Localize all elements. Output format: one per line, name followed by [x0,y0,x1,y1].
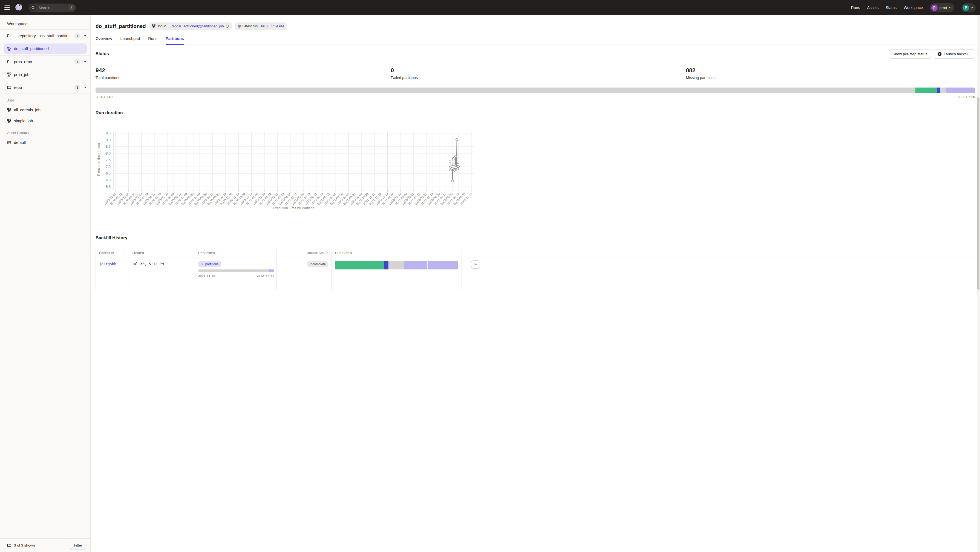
column-header-backfill-id: Backfill Id [96,249,128,257]
data-point[interactable] [457,163,459,165]
asset-group-icon [7,141,11,145]
svg-text:8.5: 8.5 [106,145,111,149]
segment-lavender [269,270,274,272]
data-point[interactable] [457,167,459,170]
svg-text:8.0: 8.0 [106,151,111,155]
execution-time-chart: 5.56.06.57.07.58.08.59.09.52020-01-01202… [95,121,485,212]
sidebar-item-label: __repository__do_stuff_partitio... [14,34,72,38]
svg-text:9.0: 9.0 [106,138,111,142]
range-end: 2022-07-30 [257,274,274,276]
caret-down-icon[interactable] [84,61,86,63]
run-status-dot-icon [238,25,241,28]
sidebar-item-label: prha_repo [14,60,72,64]
segment-lavender [428,261,458,270]
sidebar-item-all-cereals-job[interactable]: all_cereals_job [0,105,90,116]
tab-partitions[interactable]: Partitions [165,36,184,45]
folder-icon [7,60,11,64]
cell-created: Jul 30, 5:12 PM [128,257,195,276]
partition-status-bar[interactable] [95,87,490,93]
tab-runs[interactable]: Runs [148,36,158,44]
column-header-run-status: Run Status [331,249,461,257]
caret-down-icon[interactable] [84,87,86,88]
latest-run-prefix: Latest run: [243,24,259,28]
table-row: jozrgsbhJul 30, 5:12 PM60 partitions2020… [96,257,490,276]
item-count-badge: 1 [75,33,80,38]
sidebar-item--repository-do-stuff-partitio-[interactable]: __repository__do_stuff_partitio...1 [0,29,90,42]
sidebar-item-label: all_cereals_job [14,108,86,112]
stat-value: 942 [95,67,385,74]
run-duration-heading: Run duration [95,111,490,118]
sidebar-item-label: simple_job [14,119,86,123]
refresh-icon[interactable] [226,24,229,28]
column-header-backfill-status: Backfill Status [277,249,331,257]
page-title: do_stuff_partitioned [95,23,146,29]
sidebar-item-repo[interactable]: repo3 [0,81,90,94]
sidebar-section-jobs: Jobs [0,94,90,105]
job-origin-tag: Job in __reposi...artitioned@partitioned… [149,22,232,30]
tab-launchpad[interactable]: Launchpad [120,36,140,44]
backfill-history-table: Backfill IdCreatedRequestedBackfill Stat… [95,249,490,276]
data-point[interactable] [451,165,453,167]
sidebar-item-label: do_stuff_partitioned [14,46,83,51]
backfill-history-heading: Backfill History [95,236,490,242]
data-point[interactable] [455,155,457,157]
job-origin-link[interactable]: __reposi...artitioned@partitioned_job [168,24,224,28]
segment-gray [198,270,269,272]
sidebar-item-prha-job[interactable]: prha_job [0,68,90,81]
job-icon [7,73,11,76]
sidebar-item-do-stuff-partitioned[interactable]: do_stuff_partitioned [3,43,87,54]
data-point[interactable] [457,165,459,167]
expand-row-button[interactable] [471,260,480,269]
search-input[interactable]: Search... / [29,3,76,12]
cell-backfill-status: Incomplete [277,257,331,276]
folder-icon [7,34,11,38]
job-origin-prefix: Job in [157,24,166,28]
backfill-id-link[interactable]: jozrgsbh [99,257,116,266]
top-navbar: Search... / RunsAssetsStatusWorkspace P … [0,0,490,15]
segment-indigo [384,261,388,270]
sidebar-section-asset-groups: Asset Groups [0,126,90,137]
job-icon [7,47,11,51]
run-status-bar[interactable] [335,261,458,270]
sidebar-item-default[interactable]: default [0,137,90,148]
data-point[interactable] [452,180,453,182]
job-icon [152,24,156,28]
chevron-down-icon [474,263,477,265]
job-icon [7,119,11,123]
hamburger-menu-icon[interactable] [5,5,10,10]
main-content: do_stuff_partitioned Job in __reposi...a… [91,15,490,276]
latest-run-link[interactable]: Jul 30, 5:14 PM [260,24,284,28]
requested-range: 2020-01-012022-07-30 [198,274,274,276]
sidebar-item-simple-job[interactable]: simple_job [0,116,90,126]
dagster-logo-icon[interactable] [14,3,23,12]
cell-backfill-id: jozrgsbh [96,257,128,276]
cell-actions [461,257,485,276]
requested-progress-bar [198,270,274,272]
search-icon [30,5,37,11]
item-count-badge: 3 [75,84,80,90]
data-point[interactable] [451,167,453,169]
job-icon [7,108,11,112]
data-point[interactable] [449,160,451,163]
requested-partitions-tag[interactable]: 60 partitions [198,261,221,267]
status-badge: Incomplete [307,261,328,267]
svg-text:9.5: 9.5 [106,131,111,135]
caret-down-icon[interactable] [84,35,86,36]
svg-text:6.5: 6.5 [106,171,111,175]
segment-gray [388,261,404,270]
sidebar-item-label: repo [14,85,72,90]
svg-text:7.5: 7.5 [106,158,111,162]
segment-lavender [404,261,427,270]
item-count-badge: 1 [75,59,80,65]
sidebar-item-prha-repo[interactable]: prha_repo1 [0,55,90,68]
folder-icon [7,85,11,89]
tab-overview[interactable]: Overview [95,36,112,44]
sidebar-title: Workspace [0,15,90,26]
data-point[interactable] [453,158,455,160]
data-point[interactable] [456,138,458,141]
table-header-row: Backfill IdCreatedRequestedBackfill Stat… [96,249,490,257]
cell-requested: 60 partitions2020-01-012022-07-30 [195,257,277,276]
run-duration-chart: 5.56.06.57.07.58.08.59.09.52020-01-01202… [91,121,490,213]
created-timestamp: Jul 30, 5:12 PM [132,257,164,266]
tab-bar: OverviewLaunchpadRunsPartitions [91,36,490,45]
